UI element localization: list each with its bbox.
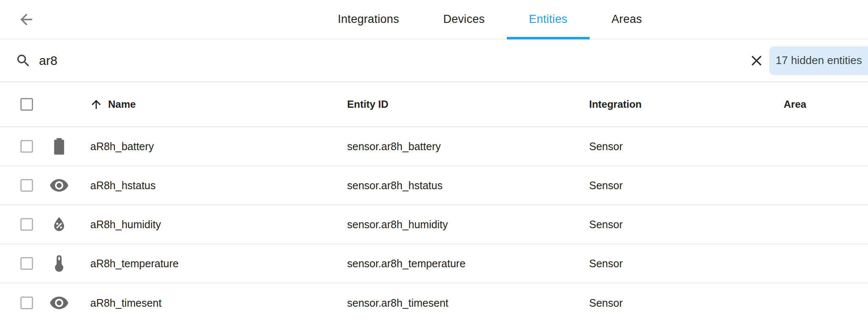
table-row[interactable]: aR8h_timesent sensor.ar8h_timesent Senso…	[0, 283, 868, 322]
battery-icon	[49, 137, 69, 157]
table-row[interactable]: aR8h_humidity sensor.ar8h_humidity Senso…	[0, 205, 868, 244]
row-checkbox[interactable]	[20, 218, 33, 231]
table-row[interactable]: aR8h_hstatus sensor.ar8h_hstatus Sensor	[0, 166, 868, 205]
tab-label: Devices	[443, 13, 485, 26]
entity-id: sensor.ar8h_hstatus	[347, 179, 442, 192]
water-percent-icon	[49, 215, 69, 235]
config-tabs: Integrations Devices Entities Areas	[316, 0, 664, 39]
entities-table-body: aR8h_battery sensor.ar8h_battery Sensor …	[0, 127, 868, 322]
row-checkbox[interactable]	[20, 297, 33, 309]
entity-id: sensor.ar8h_timesent	[347, 297, 448, 309]
entity-integration: Sensor	[589, 257, 623, 270]
clear-search-button[interactable]	[747, 51, 766, 70]
entity-integration: Sensor	[589, 140, 623, 153]
column-header-entity-id[interactable]: Entity ID	[347, 98, 388, 110]
select-all-checkbox[interactable]	[20, 98, 33, 111]
search-input[interactable]	[39, 39, 709, 81]
tab-label: Areas	[612, 13, 642, 26]
search-icon	[15, 53, 31, 69]
entity-integration: Sensor	[589, 297, 623, 309]
entity-integration: Sensor	[589, 179, 623, 192]
column-header-label: Name	[108, 98, 136, 110]
column-header-area[interactable]: Area	[784, 98, 806, 110]
entities-table-header: Name Entity ID Integration Area	[0, 82, 868, 127]
tab-areas[interactable]: Areas	[590, 0, 664, 39]
eye-icon	[49, 293, 69, 313]
entity-name: aR8h_temperature	[90, 257, 178, 270]
tab-devices[interactable]: Devices	[421, 0, 507, 39]
search-bar: 17 hidden entities	[0, 39, 868, 82]
table-row[interactable]: aR8h_temperature sensor.ar8h_temperature…	[0, 244, 868, 283]
thermometer-icon	[49, 254, 69, 274]
row-checkbox[interactable]	[20, 140, 33, 153]
hidden-entities-chip[interactable]: 17 hidden entities	[769, 46, 868, 75]
close-icon	[748, 52, 765, 69]
entity-id: sensor.ar8h_humidity	[347, 218, 448, 231]
tab-label: Entities	[529, 13, 568, 26]
table-row[interactable]: aR8h_battery sensor.ar8h_battery Sensor	[0, 127, 868, 166]
row-checkbox[interactable]	[20, 179, 33, 192]
arrow-left-icon	[17, 11, 35, 28]
tab-entities[interactable]: Entities	[507, 0, 590, 39]
config-top-bar: Integrations Devices Entities Areas	[0, 0, 868, 39]
entity-name: aR8h_hstatus	[90, 179, 156, 192]
back-button[interactable]	[16, 9, 36, 30]
row-checkbox[interactable]	[20, 257, 33, 270]
entity-integration: Sensor	[589, 218, 623, 231]
column-header-integration[interactable]: Integration	[589, 98, 642, 110]
hidden-entities-chip-label: 17 hidden entities	[776, 54, 862, 67]
tab-label: Integrations	[338, 13, 399, 26]
entity-name: aR8h_timesent	[90, 297, 161, 309]
entity-id: sensor.ar8h_battery	[347, 140, 441, 153]
entity-name: aR8h_battery	[90, 140, 154, 153]
arrow-up-icon	[89, 98, 103, 111]
eye-icon	[49, 176, 69, 196]
tab-integrations[interactable]: Integrations	[316, 0, 421, 39]
entity-id: sensor.ar8h_temperature	[347, 257, 465, 270]
entities-table: Name Entity ID Integration Area aR8h_bat…	[0, 82, 868, 322]
column-header-name[interactable]: Name	[89, 98, 136, 111]
entity-name: aR8h_humidity	[90, 218, 161, 231]
